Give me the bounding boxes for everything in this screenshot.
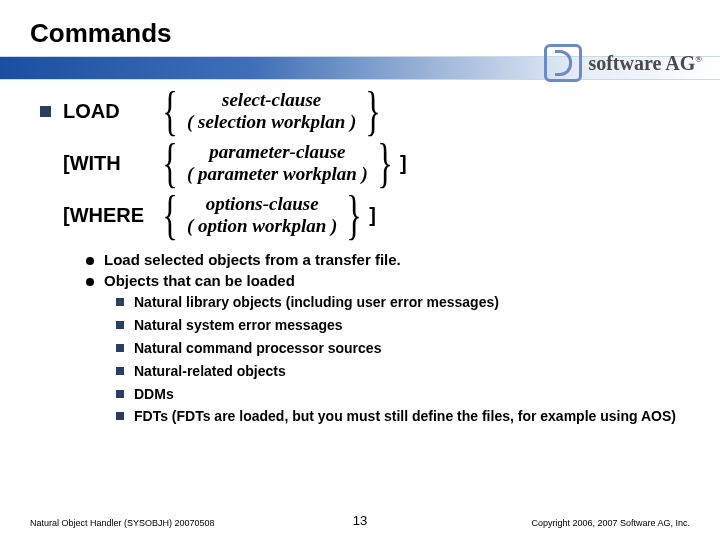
list-item: FDTs (FDTs are loaded, but you must stil… [116,407,690,426]
content: LOAD { select-clause ( selection workpla… [30,89,690,426]
list-text: Natural library objects (including user … [134,293,499,312]
syntax-row-where: [WHERE { options-clause ( option workpla… [40,193,690,237]
logo-rest: tware AG [613,52,695,74]
brace-left-icon: { [162,193,178,237]
list-item: DDMs [116,385,690,404]
logo-registered: ® [695,54,702,64]
alternatives: options-clause ( option workplan ) [183,193,341,237]
list-item: Natural command processor sources [116,339,690,358]
description-list: Load selected objects from a transfer fi… [86,251,690,289]
square-bullet-icon [116,298,124,306]
square-bullet-icon [116,367,124,375]
square-bullet-icon [116,344,124,352]
square-bullet-icon [40,106,51,117]
brand-logo: software AG® [544,44,702,82]
page-number: 13 [353,513,367,528]
footer: Natural Object Handler (SYSOBJH) 2007050… [0,518,720,528]
trail-bracket: ] [369,204,376,227]
keyword-load: LOAD [63,100,157,123]
list-text: Natural-related objects [134,362,286,381]
alternatives: parameter-clause ( parameter workplan ) [183,141,372,185]
brace-right-icon: } [366,89,382,133]
brand-logo-text: software AG® [588,52,702,75]
list-text: Natural command processor sources [134,339,381,358]
list-text: Load selected objects from a transfer fi… [104,251,401,268]
alternatives: select-clause ( selection workplan ) [183,89,360,133]
brace-left-icon: { [162,141,178,185]
alt-item: ( parameter workplan ) [187,163,368,185]
sub-list: Natural library objects (including user … [116,293,690,426]
syntax-row-with: [WITH { parameter-clause ( parameter wor… [40,141,690,185]
footer-right: Copyright 2006, 2007 Software AG, Inc. [531,518,690,528]
syntax-block: LOAD { select-clause ( selection workpla… [40,89,690,237]
alt-item: parameter-clause [209,141,345,163]
footer-left: Natural Object Handler (SYSOBJH) 2007050… [30,518,215,528]
trail-bracket: ] [400,152,407,175]
square-bullet-icon [116,412,124,420]
logo-mid: of [596,52,613,74]
square-bullet-icon [116,390,124,398]
list-item: Natural-related objects [116,362,690,381]
alt-item: select-clause [222,89,321,111]
alt-item: ( option workplan ) [187,215,337,237]
list-text: DDMs [134,385,174,404]
list-text: FDTs (FDTs are loaded, but you must stil… [134,407,676,426]
list-item: Objects that can be loaded [86,272,690,289]
keyword-with: [WITH [63,152,157,175]
alt-item: options-clause [206,193,319,215]
square-bullet-icon [116,321,124,329]
brace-right-icon: } [377,141,393,185]
list-item: Load selected objects from a transfer fi… [86,251,690,268]
list-text: Natural system error messages [134,316,343,335]
brace-left-icon: { [162,89,178,133]
brace-right-icon: } [347,193,363,237]
syntax-row-load: LOAD { select-clause ( selection workpla… [40,89,690,133]
disc-bullet-icon [86,278,94,286]
brand-logo-mark [544,44,582,82]
disc-bullet-icon [86,257,94,265]
list-item: Natural system error messages [116,316,690,335]
keyword-where: [WHERE [63,204,157,227]
list-item: Natural library objects (including user … [116,293,690,312]
alt-item: ( selection workplan ) [187,111,356,133]
list-text: Objects that can be loaded [104,272,295,289]
